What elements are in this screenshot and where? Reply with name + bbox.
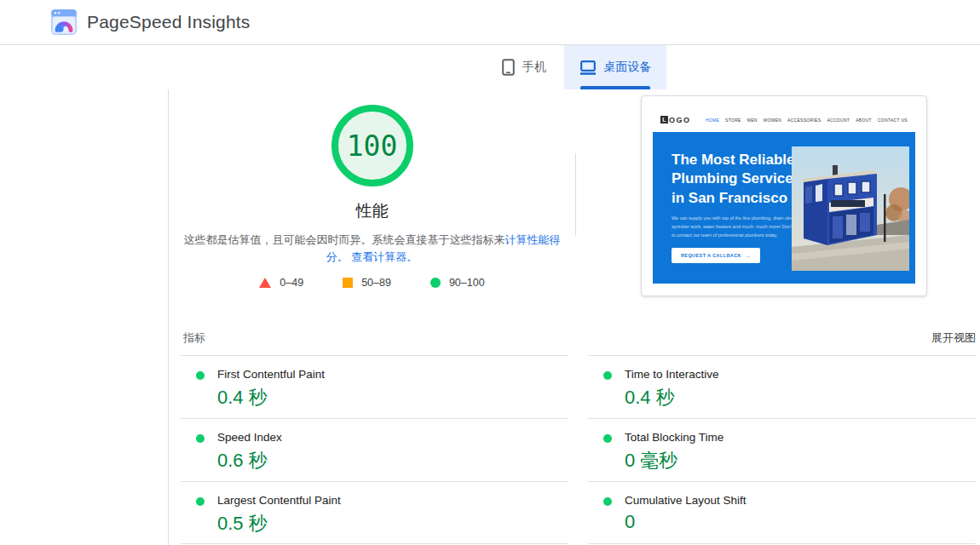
legend-pass-range: 90–100 bbox=[449, 277, 485, 289]
pass-circle-icon bbox=[430, 278, 441, 288]
site-nav-home: HOME bbox=[706, 118, 719, 123]
site-nav: HOME STORE MEN WOMEN ACCESSORIES ACCOUNT… bbox=[706, 118, 908, 123]
site-nav-women: WOMEN bbox=[764, 118, 781, 123]
metric-value: 0.4 秒 bbox=[625, 385, 976, 410]
legend-average: 50–89 bbox=[343, 277, 391, 289]
site-logo-mark: L bbox=[660, 116, 668, 123]
metric-cumulative-layout-shift: Cumulative Layout Shift 0 bbox=[588, 481, 976, 544]
site-screenshot: L OGO HOME STORE MEN WOMEN ACCESSORIES A… bbox=[653, 107, 915, 284]
pass-dot-icon bbox=[603, 497, 612, 506]
pass-dot-icon bbox=[196, 371, 205, 380]
device-tabs: 手机 桌面设备 bbox=[484, 45, 666, 89]
metric-first-contentful-paint: First Contentful Paint 0.4 秒 bbox=[181, 355, 568, 418]
pass-dot-icon bbox=[196, 434, 205, 443]
fail-triangle-icon bbox=[259, 278, 271, 288]
score-value: 100 bbox=[347, 129, 398, 163]
metrics-header: 指标 展开视图 bbox=[183, 330, 976, 346]
site-logo: L OGO bbox=[660, 116, 691, 124]
tab-mobile[interactable]: 手机 bbox=[484, 45, 564, 89]
site-cta-arrow-icon: → bbox=[746, 253, 751, 258]
final-screenshot-thumbnail[interactable]: L OGO HOME STORE MEN WOMEN ACCESSORIES A… bbox=[641, 95, 927, 296]
site-nav-contact: CONTACT US bbox=[878, 118, 908, 123]
see-calculator-link[interactable]: 查看计算器。 bbox=[351, 250, 418, 263]
metrics-heading: 指标 bbox=[183, 330, 205, 346]
metric-speed-index: Speed Index 0.6 秒 bbox=[181, 418, 568, 481]
pagespeed-logo-icon bbox=[51, 9, 77, 35]
score-description-text: 这些都是估算值，且可能会因时而异。系统会直接基于这些指标来 bbox=[184, 233, 505, 246]
site-cta-button: REQUEST A CALLBACK → bbox=[672, 248, 760, 263]
pass-dot-icon bbox=[603, 371, 612, 380]
metric-value: 0.4 秒 bbox=[217, 385, 568, 410]
score-gauge[interactable]: 100 bbox=[331, 105, 413, 186]
site-nav-men: MEN bbox=[747, 118, 758, 123]
expand-view-button[interactable]: 展开视图 bbox=[931, 330, 976, 346]
metrics-right-column: Time to Interactive 0.4 秒 Total Blocking… bbox=[588, 355, 976, 544]
metric-value: 0.6 秒 bbox=[217, 448, 568, 473]
site-logo-text: OGO bbox=[669, 116, 691, 124]
metric-name: Speed Index bbox=[217, 431, 568, 444]
site-hero: The Most Reliable Plumbing Services in S… bbox=[653, 132, 915, 284]
score-legend: 0–49 50–89 90–100 bbox=[259, 277, 484, 289]
tab-desktop[interactable]: 桌面设备 bbox=[564, 45, 666, 89]
metric-value: 0 bbox=[625, 511, 976, 533]
phone-icon bbox=[502, 59, 515, 76]
desktop-icon bbox=[579, 60, 597, 75]
metric-name: Cumulative Layout Shift bbox=[625, 494, 976, 507]
metric-time-to-interactive: Time to Interactive 0.4 秒 bbox=[588, 355, 976, 418]
site-nav-accessories: ACCESSORIES bbox=[787, 118, 821, 123]
pagespeed-insights-page: PageSpeed Insights 手机 桌面设备 100 性能 这些都是估算… bbox=[0, 0, 980, 545]
metric-value: 0.5 秒 bbox=[217, 511, 568, 536]
metric-largest-contentful-paint: Largest Contentful Paint 0.5 秒 bbox=[181, 481, 568, 544]
pass-dot-icon bbox=[196, 497, 205, 506]
legend-fail: 0–49 bbox=[259, 277, 303, 289]
page-title: PageSpeed Insights bbox=[87, 12, 251, 32]
metrics-left-column: First Contentful Paint 0.4 秒 Speed Index… bbox=[181, 355, 568, 544]
app-header: PageSpeed Insights bbox=[0, 0, 980, 45]
metric-name: Time to Interactive bbox=[625, 368, 976, 381]
tab-desktop-label: 桌面设备 bbox=[604, 60, 652, 75]
metric-total-blocking-time: Total Blocking Time 0 毫秒 bbox=[588, 418, 976, 481]
site-nav-about: ABOUT bbox=[856, 118, 872, 123]
selected-tab-underline bbox=[580, 86, 650, 89]
site-nav-store: STORE bbox=[725, 118, 741, 123]
performance-label: 性能 bbox=[356, 200, 389, 222]
metrics-grid: First Contentful Paint 0.4 秒 Speed Index… bbox=[181, 355, 976, 544]
legend-fail-range: 0–49 bbox=[280, 277, 303, 289]
score-description: 这些都是估算值，且可能会因时而异。系统会直接基于这些指标来计算性能得分。 查看计… bbox=[182, 232, 562, 266]
pass-dot-icon bbox=[603, 434, 612, 443]
site-footer-strip bbox=[653, 284, 915, 284]
performance-score-section: 100 性能 这些都是估算值，且可能会因时而异。系统会直接基于这些指标来计算性能… bbox=[169, 89, 575, 289]
site-cta-label: REQUEST A CALLBACK bbox=[681, 253, 741, 258]
metric-name: First Contentful Paint bbox=[217, 368, 568, 381]
score-thumbnail-divider bbox=[575, 153, 576, 236]
legend-pass: 90–100 bbox=[430, 277, 485, 289]
average-square-icon bbox=[343, 278, 353, 288]
legend-average-range: 50–89 bbox=[361, 277, 391, 289]
site-header: L OGO HOME STORE MEN WOMEN ACCESSORIES A… bbox=[653, 107, 915, 132]
metric-value: 0 毫秒 bbox=[625, 448, 976, 473]
site-nav-account: ACCOUNT bbox=[827, 118, 850, 123]
metric-name: Total Blocking Time bbox=[625, 431, 976, 444]
site-hero-heading: The Most Reliable Plumbing Services in S… bbox=[672, 151, 806, 208]
building-photo bbox=[792, 146, 909, 271]
metric-name: Largest Contentful Paint bbox=[217, 494, 568, 507]
tab-mobile-label: 手机 bbox=[522, 60, 546, 75]
